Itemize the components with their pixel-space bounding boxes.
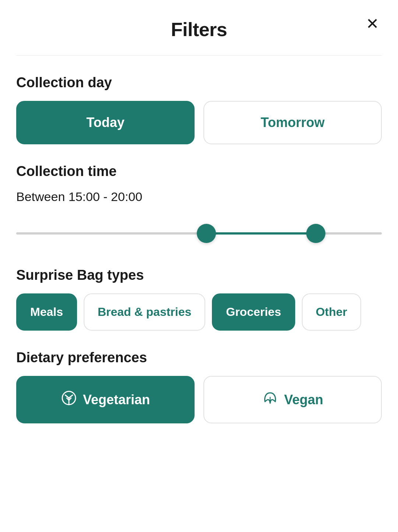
collection-day-section: Collection day Today Tomorrow xyxy=(16,75,382,144)
close-button[interactable]: ✕ xyxy=(363,13,382,35)
page-title: Filters xyxy=(16,18,382,40)
collection-time-label: Collection time xyxy=(16,163,382,179)
slider-track xyxy=(16,232,382,235)
vegan-label: Vegan xyxy=(284,392,323,408)
dietary-label: Dietary preferences xyxy=(16,350,382,366)
slider-thumb-left[interactable] xyxy=(197,224,216,243)
vegetarian-button[interactable]: Vegetarian xyxy=(16,376,195,423)
other-button[interactable]: Other xyxy=(302,293,361,331)
slider-thumb-right[interactable] xyxy=(306,224,325,243)
time-slider[interactable] xyxy=(16,219,382,248)
time-range-text: Between 15:00 - 20:00 xyxy=(16,190,382,204)
vegetarian-icon xyxy=(61,390,77,409)
meals-button[interactable]: Meals xyxy=(16,293,77,331)
vegetarian-label: Vegetarian xyxy=(83,392,150,408)
bag-types-label: Surprise Bag types xyxy=(16,267,382,283)
vegan-icon xyxy=(262,390,278,409)
collection-day-label: Collection day xyxy=(16,75,382,91)
svg-line-2 xyxy=(65,395,69,398)
bag-types-section: Surprise Bag types Meals Bread & pastrie… xyxy=(16,267,382,331)
modal-container: ✕ Filters Collection day Today Tomorrow … xyxy=(0,0,398,532)
header: Filters xyxy=(16,0,382,56)
collection-time-section: Collection time Between 15:00 - 20:00 xyxy=(16,163,382,248)
today-button[interactable]: Today xyxy=(16,101,195,144)
tomorrow-button[interactable]: Tomorrow xyxy=(203,101,382,144)
svg-line-3 xyxy=(69,395,73,398)
bag-types-group: Meals Bread & pastries Groceries Other xyxy=(16,293,382,331)
slider-fill xyxy=(206,232,316,235)
dietary-section: Dietary preferences Vegetarian xyxy=(16,350,382,423)
vegan-button[interactable]: Vegan xyxy=(203,376,382,423)
groceries-button[interactable]: Groceries xyxy=(212,293,295,331)
dietary-buttons-group: Vegetarian Vegan xyxy=(16,376,382,423)
day-buttons-group: Today Tomorrow xyxy=(16,101,382,144)
bread-pastries-button[interactable]: Bread & pastries xyxy=(84,293,205,331)
